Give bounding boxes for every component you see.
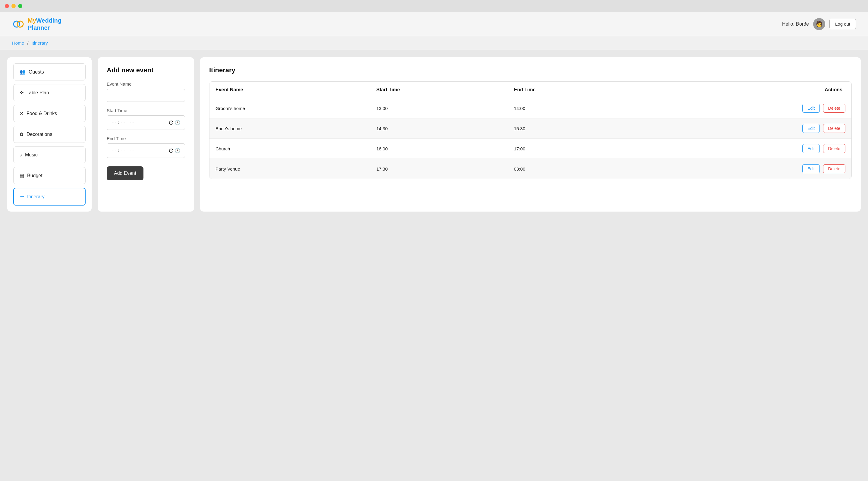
minimize-button[interactable] — [11, 4, 16, 8]
table-plan-icon: ✛ — [20, 90, 24, 96]
guests-icon: 👥 — [20, 69, 26, 75]
itinerary-icon: ☰ — [20, 194, 24, 199]
end-time-wrapper: 🕐 — [107, 143, 185, 158]
end-time-input[interactable] — [111, 144, 175, 158]
cell-end-time: 15:30 — [508, 119, 638, 139]
decorations-icon: ✿ — [20, 131, 24, 137]
event-name-group: Event Name — [107, 82, 185, 102]
cell-actions: Edit Delete — [638, 119, 851, 139]
sidebar-label-guests: Guests — [29, 69, 44, 75]
col-end-time: End Time — [508, 82, 638, 98]
logo: MyWedding Planner — [12, 17, 61, 31]
start-time-group: Start Time 🕐 — [107, 108, 185, 130]
sidebar-label-itinerary: Itinerary — [27, 194, 44, 199]
sidebar-label-budget: Budget — [27, 173, 42, 179]
table-header: Event Name Start Time End Time Actions — [210, 82, 851, 98]
cell-start-time: 13:00 — [370, 98, 508, 119]
titlebar — [0, 0, 868, 12]
end-time-group: End Time 🕐 — [107, 136, 185, 158]
main-content: 👥Guests✛Table Plan✕Food & Drinks✿Decorat… — [0, 50, 868, 219]
svg-point-1 — [17, 21, 23, 27]
cell-end-time: 14:00 — [508, 98, 638, 119]
breadcrumb-current: Itinerary — [32, 40, 48, 45]
start-time-label: Start Time — [107, 108, 185, 113]
delete-button[interactable]: Delete — [823, 164, 845, 173]
edit-button[interactable]: Edit — [802, 124, 820, 133]
itinerary-panel: Itinerary Event Name Start Time End Time… — [200, 57, 861, 212]
sidebar: 👥Guests✛Table Plan✕Food & Drinks✿Decorat… — [7, 57, 92, 212]
col-start-time: Start Time — [370, 82, 508, 98]
food-drinks-icon: ✕ — [20, 110, 24, 116]
table-row: Groom's home 13:00 14:00 Edit Delete — [210, 98, 851, 119]
start-time-wrapper: 🕐 — [107, 116, 185, 130]
add-event-title: Add new event — [107, 66, 185, 74]
header: MyWedding Planner Hello, Đorđe 🧑 Log out — [0, 12, 868, 36]
event-name-input[interactable] — [107, 89, 185, 102]
start-time-input[interactable] — [111, 116, 175, 130]
panels: Add new event Event Name Start Time 🕐 En… — [98, 57, 861, 212]
itinerary-title: Itinerary — [209, 66, 852, 74]
cell-event-name: Groom's home — [210, 98, 370, 119]
breadcrumb: Home / Itinerary — [12, 40, 856, 45]
cell-event-name: Church — [210, 139, 370, 159]
delete-button[interactable]: Delete — [823, 144, 845, 153]
event-name-label: Event Name — [107, 82, 185, 87]
breadcrumb-separator: / — [27, 40, 28, 45]
sidebar-item-guests[interactable]: 👥Guests — [13, 63, 86, 81]
clock-icon-start: 🕐 — [175, 120, 181, 125]
cell-end-time: 03:00 — [508, 159, 638, 179]
itinerary-table: Event Name Start Time End Time Actions G… — [210, 82, 851, 179]
cell-actions: Edit Delete — [638, 139, 851, 159]
sidebar-item-music[interactable]: ♪Music — [13, 147, 86, 163]
cell-start-time: 17:30 — [370, 159, 508, 179]
cell-end-time: 17:00 — [508, 139, 638, 159]
cell-event-name: Bride's home — [210, 119, 370, 139]
sidebar-item-decorations[interactable]: ✿Decorations — [13, 126, 86, 143]
sidebar-item-table-plan[interactable]: ✛Table Plan — [13, 84, 86, 101]
col-actions: Actions — [638, 82, 851, 98]
itinerary-table-wrapper: Event Name Start Time End Time Actions G… — [209, 82, 852, 179]
header-right: Hello, Đorđe 🧑 Log out — [782, 18, 856, 30]
cell-actions: Edit Delete — [638, 159, 851, 179]
table-row: Bride's home 14:30 15:30 Edit Delete — [210, 119, 851, 139]
greeting-text: Hello, Đorđe — [782, 22, 809, 27]
add-event-panel: Add new event Event Name Start Time 🕐 En… — [98, 57, 194, 212]
sidebar-label-decorations: Decorations — [27, 132, 52, 137]
cell-actions: Edit Delete — [638, 98, 851, 119]
sidebar-label-food-drinks: Food & Drinks — [27, 111, 57, 116]
edit-button[interactable]: Edit — [802, 164, 820, 173]
table-row: Party Venue 17:30 03:00 Edit Delete — [210, 159, 851, 179]
table-row: Church 16:00 17:00 Edit Delete — [210, 139, 851, 159]
logout-button[interactable]: Log out — [830, 19, 856, 29]
music-icon: ♪ — [20, 152, 22, 158]
cell-start-time: 16:00 — [370, 139, 508, 159]
avatar: 🧑 — [813, 18, 825, 30]
clock-icon-end: 🕐 — [175, 148, 181, 153]
sidebar-item-budget[interactable]: ▤Budget — [13, 167, 86, 184]
logo-icon — [12, 18, 25, 30]
add-event-button[interactable]: Add Event — [107, 166, 144, 180]
maximize-button[interactable] — [18, 4, 22, 8]
end-time-label: End Time — [107, 136, 185, 141]
close-button[interactable] — [5, 4, 9, 8]
breadcrumb-home[interactable]: Home — [12, 40, 24, 45]
budget-icon: ▤ — [20, 173, 24, 179]
sidebar-label-music: Music — [25, 152, 38, 158]
col-event-name: Event Name — [210, 82, 370, 98]
sidebar-item-food-drinks[interactable]: ✕Food & Drinks — [13, 105, 86, 122]
cell-event-name: Party Venue — [210, 159, 370, 179]
edit-button[interactable]: Edit — [802, 104, 820, 113]
logo-text: MyWedding Planner — [28, 17, 61, 31]
edit-button[interactable]: Edit — [802, 144, 820, 153]
breadcrumb-bar: Home / Itinerary — [0, 36, 868, 50]
delete-button[interactable]: Delete — [823, 124, 845, 133]
sidebar-label-table-plan: Table Plan — [27, 90, 49, 96]
sidebar-item-itinerary[interactable]: ☰Itinerary — [13, 188, 86, 205]
table-body: Groom's home 13:00 14:00 Edit Delete Bri… — [210, 98, 851, 179]
delete-button[interactable]: Delete — [823, 104, 845, 113]
cell-start-time: 14:30 — [370, 119, 508, 139]
